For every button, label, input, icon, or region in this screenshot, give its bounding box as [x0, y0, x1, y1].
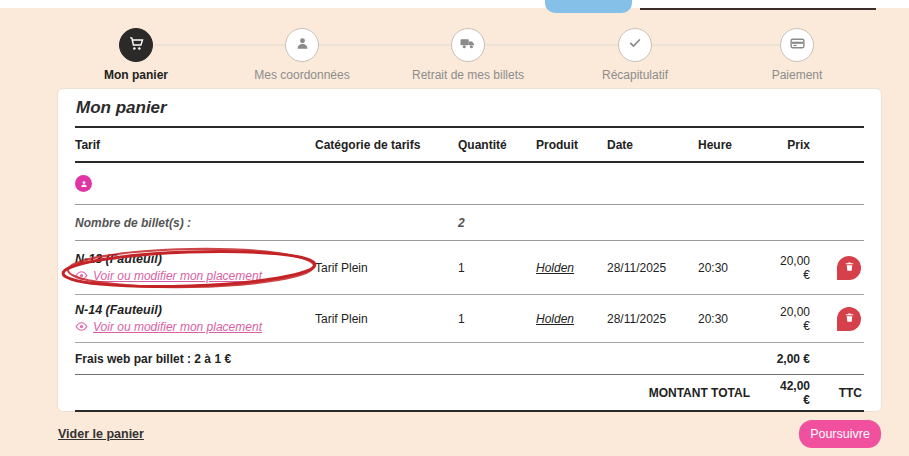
total-row: MONTANT TOTAL 42,00 € TTC: [75, 375, 864, 412]
user-icon: [294, 35, 311, 56]
header-date: Date: [607, 138, 698, 152]
step-label: Mon panier: [51, 68, 221, 82]
step-label: Récapitulatif: [550, 68, 720, 82]
step-retrait-billets[interactable]: Retrait de mes billets: [383, 28, 553, 82]
total-suffix: TTC: [810, 386, 865, 400]
time-cell: 20:30: [698, 312, 770, 326]
category-cell: Tarif Plein: [315, 261, 458, 275]
cart-icon: [128, 35, 145, 56]
step-circle: [119, 28, 153, 62]
step-recapitulatif[interactable]: Récapitulatif: [550, 28, 720, 82]
header-prix: Prix: [770, 138, 810, 152]
step-circle: [780, 28, 814, 62]
cart-table: Tarif Catégorie de tarifs Quantité Produ…: [75, 126, 864, 412]
credit-card-icon: [789, 35, 806, 56]
clear-cart-link[interactable]: Vider le panier: [58, 427, 144, 441]
date-cell: 28/11/2025: [607, 312, 698, 326]
header-tarif: Tarif: [75, 138, 315, 152]
delete-ticket-button[interactable]: [837, 307, 861, 331]
trash-icon: [844, 260, 855, 275]
ticket-row: N-14 (Fauteuil) Voir ou modifier mon pla…: [75, 295, 864, 343]
step-label: Retrait de mes billets: [383, 68, 553, 82]
total-value: 42,00 €: [770, 379, 810, 407]
placement-link[interactable]: Voir ou modifier mon placement: [75, 320, 262, 334]
product-link[interactable]: Holden: [536, 312, 574, 326]
total-label: MONTANT TOTAL: [75, 386, 770, 400]
eye-icon: [75, 320, 88, 334]
checkout-page: Mon panier Mes coordonnées Retrait de me…: [0, 0, 909, 456]
delete-ticket-button[interactable]: [837, 256, 861, 280]
ticket-count-value: 2: [458, 216, 536, 230]
header-quantite: Quantité: [458, 138, 536, 152]
quantity-cell: 1: [458, 312, 536, 326]
seat-label: N-14 (Fauteuil): [75, 303, 315, 317]
person-badge-icon[interactable]: [75, 175, 92, 192]
seat-label: N-13 (Fauteuil): [75, 252, 315, 266]
fees-row: Frais web par billet : 2 à 1 € 2,00 €: [75, 343, 864, 375]
trash-icon: [844, 311, 855, 326]
top-white-strip: [0, 0, 909, 8]
price-cell: 20,00 €: [770, 254, 810, 282]
step-circle: [451, 28, 485, 62]
top-dark-line: [640, 8, 876, 10]
price-cell: 20,00 €: [770, 305, 810, 333]
date-cell: 28/11/2025: [607, 261, 698, 275]
time-cell: 20:30: [698, 261, 770, 275]
eye-icon: [75, 269, 88, 283]
step-label: Paiement: [712, 68, 882, 82]
ticket-row: N-13 (Fauteuil) Voir ou modifier mon pla…: [75, 241, 864, 295]
fees-label: Frais web par billet : 2 à 1 €: [75, 352, 770, 366]
table-header-row: Tarif Catégorie de tarifs Quantité Produ…: [75, 128, 864, 163]
quantity-cell: 1: [458, 261, 536, 275]
placement-link[interactable]: Voir ou modifier mon placement: [75, 269, 262, 283]
buyer-row: [75, 163, 864, 205]
step-mon-panier[interactable]: Mon panier: [51, 28, 221, 82]
product-link[interactable]: Holden: [536, 261, 574, 275]
continue-button[interactable]: Poursuivre: [799, 420, 881, 448]
top-blue-tab: [545, 0, 632, 13]
header-categorie: Catégorie de tarifs: [315, 138, 458, 152]
header-heure: Heure: [698, 138, 770, 152]
step-label: Mes coordonnées: [217, 68, 387, 82]
ticket-count-row: Nombre de billet(s) : 2: [75, 205, 864, 241]
truck-icon: [459, 34, 477, 56]
step-mes-coordonnees[interactable]: Mes coordonnées: [217, 28, 387, 82]
step-circle: [285, 28, 319, 62]
step-circle: [618, 28, 652, 62]
cart-card: Mon panier Tarif Catégorie de tarifs Qua…: [57, 88, 882, 412]
check-icon: [627, 35, 643, 55]
ticket-count-label: Nombre de billet(s) :: [75, 216, 315, 230]
cart-title: Mon panier: [75, 89, 864, 126]
fees-value: 2,00 €: [770, 352, 810, 366]
category-cell: Tarif Plein: [315, 312, 458, 326]
header-produit: Produit: [536, 138, 607, 152]
step-paiement[interactable]: Paiement: [712, 28, 882, 82]
